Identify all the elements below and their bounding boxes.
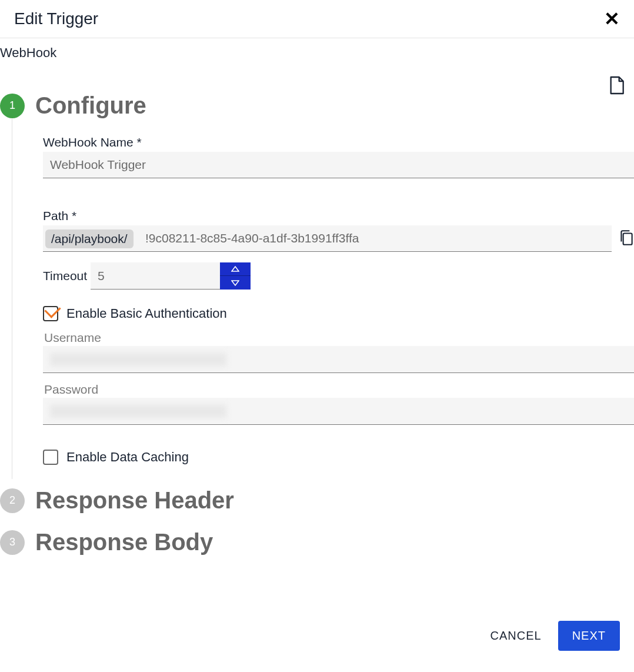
timeout-input[interactable]: [91, 262, 220, 290]
step-configure-header: 1 Configure: [0, 92, 634, 119]
document-icon[interactable]: [608, 75, 625, 98]
step-response-body[interactable]: 3 Response Body: [0, 529, 634, 555]
timeout-field: Timeout: [43, 262, 634, 290]
enable-auth-checkbox[interactable]: [43, 306, 58, 321]
path-label: Path *: [43, 209, 634, 223]
timeout-stepper: [220, 262, 251, 290]
svg-rect-0: [623, 233, 632, 244]
step-1-title: Configure: [35, 92, 146, 119]
password-input[interactable]: [43, 398, 634, 425]
step-2-badge: 2: [0, 488, 25, 513]
enable-auth-row: Enable Basic Authentication: [43, 306, 634, 321]
step-response-header[interactable]: 2 Response Header: [0, 487, 634, 514]
cancel-button[interactable]: CANCEL: [486, 622, 546, 650]
webhook-name-label: WebHook Name *: [43, 135, 634, 149]
enable-cache-row: Enable Data Caching: [43, 450, 634, 465]
step-1-badge: 1: [0, 94, 25, 118]
webhook-name-input[interactable]: [43, 152, 634, 178]
next-button[interactable]: NEXT: [558, 621, 620, 651]
dialog-subtitle: WebHook: [0, 38, 634, 61]
webhook-name-field: WebHook Name *: [43, 135, 634, 178]
close-icon[interactable]: ✕: [604, 9, 620, 28]
enable-cache-checkbox[interactable]: [43, 450, 58, 465]
timeout-step-up[interactable]: [220, 262, 251, 276]
dialog-footer: CANCEL NEXT: [486, 621, 620, 651]
timeout-step-down[interactable]: [220, 276, 251, 290]
configure-form: WebHook Name * Path * /api/playbook/ Tim: [12, 119, 634, 479]
step-2-title: Response Header: [35, 487, 234, 514]
path-prefix-badge: /api/playbook/: [45, 229, 134, 248]
step-3-title: Response Body: [35, 529, 213, 555]
timeout-label: Timeout: [43, 269, 87, 283]
enable-auth-label: Enable Basic Authentication: [66, 306, 227, 321]
dialog-header: Edit Trigger ✕: [0, 0, 634, 38]
username-label: Username: [44, 331, 634, 345]
enable-cache-label: Enable Data Caching: [66, 450, 189, 465]
password-label: Password: [44, 382, 634, 397]
dialog-title: Edit Trigger: [14, 9, 98, 28]
username-input[interactable]: [43, 346, 634, 373]
step-3-badge: 3: [0, 530, 25, 555]
copy-icon[interactable]: [619, 229, 634, 249]
path-field: Path * /api/playbook/: [43, 209, 634, 252]
